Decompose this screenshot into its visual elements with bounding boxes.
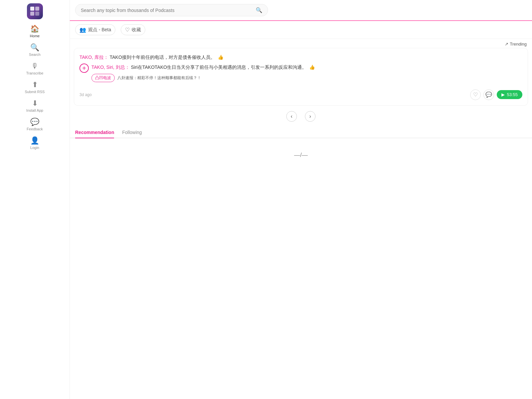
content-card: TAKO, 库拉： TAKO接到十年前任的电话，对方是债务催收人员。 👍 + T… [74, 48, 528, 106]
sidebar-label-login: Login [30, 146, 39, 150]
search-icon: 🔍 [30, 44, 39, 51]
home-icon: 🏠 [30, 25, 39, 33]
svg-rect-3 [35, 12, 39, 16]
svg-rect-0 [30, 7, 34, 11]
divider-text: —/— [294, 152, 308, 159]
sidebar-item-home[interactable]: 🏠 Home [0, 22, 69, 41]
comment-icon: 💬 [485, 91, 492, 98]
card-line2-authors: TAKO, Siri, 刘总： [91, 65, 130, 70]
tab-views[interactable]: 👥 观点 - Beta [75, 24, 115, 35]
card-line1-text: TAKO接到十年前任的电话，对方是债务催收人员。 [110, 55, 215, 60]
sidebar-label-transcribe: Transcribe [26, 71, 44, 75]
next-arrow-icon: › [309, 113, 311, 119]
sidebar-item-feedback[interactable]: 💬 Feedback [0, 115, 69, 134]
card-line-2: TAKO, Siri, 刘总： Siri在TAKOTAKO生日当天分享了前任与小… [91, 64, 522, 71]
card-line-1: TAKO, 库拉： TAKO接到十年前任的电话，对方是债务催收人员。 👍 [79, 54, 522, 61]
search-submit-icon[interactable]: 🔍 [256, 7, 262, 13]
app-logo[interactable] [27, 3, 43, 19]
tab-views-label: 观点 - Beta [88, 27, 111, 33]
tab-favorites[interactable]: ♡ 收藏 [121, 24, 145, 35]
trending-text: Trending [510, 42, 527, 47]
trending-label: ↗ Trending [505, 42, 527, 47]
play-button[interactable]: ▶ 53:55 [497, 90, 522, 99]
card-line1-thumb[interactable]: 👍 [218, 55, 223, 60]
card-line1-authors: TAKO, 库拉： [79, 55, 108, 60]
prev-page-button[interactable]: ‹ [286, 111, 297, 122]
card-line2-text: Siri在TAKOTAKO生日当天分享了前任与小美相遇的消息，引发一系列的反应和… [131, 65, 307, 70]
tab-following[interactable]: Following [122, 128, 142, 138]
sidebar-item-submit-rss[interactable]: ⬆ Submit RSS [0, 78, 69, 96]
comment-button[interactable]: 💬 [483, 89, 494, 100]
sidebar-label-install-app: Install App [26, 108, 43, 112]
card-actions: ♡ 💬 ▶ 53:55 [470, 89, 522, 100]
trending-icon: ↗ [505, 42, 508, 47]
tab-following-label: Following [122, 130, 142, 135]
sidebar: 🏠 Home 🔍 Search 🎙 Transcribe ⬆ Submit RS… [0, 0, 70, 399]
pagination-row: ‹ › [70, 106, 532, 124]
trending-row: ↗ Trending [70, 39, 532, 48]
svg-rect-2 [30, 12, 34, 16]
prev-arrow-icon: ‹ [291, 113, 292, 119]
sidebar-label-home: Home [30, 34, 40, 38]
tag-label[interactable]: 凸凹电波 [91, 74, 115, 82]
like-icon: ♡ [473, 91, 478, 98]
tab-recommendation[interactable]: Recommendation [75, 128, 114, 138]
tab-favorites-label: 收藏 [132, 27, 141, 33]
sidebar-label-search: Search [29, 53, 41, 57]
sidebar-item-install-app[interactable]: ⬇ Install App [0, 96, 69, 115]
sub-tabs: Recommendation Following [70, 124, 532, 138]
favorites-icon: ♡ [125, 27, 130, 33]
upload-icon: ⬆ [32, 81, 38, 88]
add-button[interactable]: + [79, 64, 89, 73]
sidebar-item-transcribe[interactable]: 🎙 Transcribe [0, 59, 69, 78]
content-divider: —/— [70, 138, 532, 172]
search-input[interactable] [81, 8, 253, 13]
play-icon: ▶ [501, 92, 505, 97]
sidebar-item-search[interactable]: 🔍 Search [0, 41, 69, 59]
search-bar: 🔍 [75, 4, 268, 16]
tab-recommendation-label: Recommendation [75, 130, 114, 135]
download-icon: ⬇ [32, 100, 38, 107]
transcribe-icon: 🎙 [31, 63, 39, 70]
views-icon: 👥 [79, 27, 86, 33]
login-icon: 👤 [30, 137, 39, 144]
search-bar-container: 🔍 [70, 0, 532, 21]
tag-text: 八卦速报：精彩不停！这种顺事都能有后续？！ [117, 75, 201, 81]
card-line2-thumb[interactable]: 👍 [309, 65, 315, 70]
play-duration: 53:55 [507, 92, 518, 97]
top-tabs: 👥 观点 - Beta ♡ 收藏 [70, 21, 532, 39]
svg-rect-1 [35, 7, 39, 11]
main-content: 🔍 👥 观点 - Beta ♡ 收藏 ↗ Trending TAKO, 库拉： … [70, 0, 532, 399]
tag-row: 凸凹电波 八卦速报：精彩不停！这种顺事都能有后续？！ [91, 74, 522, 82]
next-page-button[interactable]: › [305, 111, 316, 122]
like-button[interactable]: ♡ [470, 89, 481, 100]
feedback-icon: 💬 [30, 118, 39, 126]
sidebar-label-submit-rss: Submit RSS [25, 90, 45, 94]
card-time: 3d ago [79, 92, 92, 97]
sidebar-label-feedback: Feedback [27, 127, 43, 131]
card-line-2-wrapper: TAKO, Siri, 刘总： Siri在TAKOTAKO生日当天分享了前任与小… [91, 64, 522, 86]
card-footer: 3d ago ♡ 💬 ▶ 53:55 [79, 89, 522, 100]
sidebar-item-login[interactable]: 👤 Login [0, 134, 69, 152]
